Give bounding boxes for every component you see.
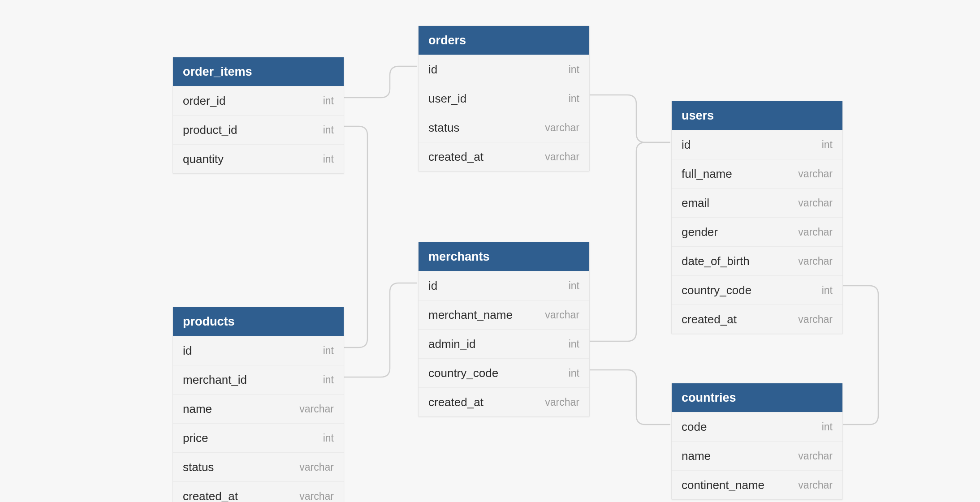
table-order-items[interactable]: order_items order_id int product_id int … <box>173 57 344 174</box>
column-type: varchar <box>299 490 334 502</box>
column-type: varchar <box>545 122 579 134</box>
column-name: merchant_id <box>183 373 247 387</box>
column-name: quantity <box>183 152 224 166</box>
column-name: gender <box>682 225 718 239</box>
column-name: admin_id <box>428 337 476 351</box>
column-name: merchant_name <box>428 308 513 322</box>
column-name: name <box>682 449 711 463</box>
column-type: varchar <box>545 396 579 408</box>
column-row[interactable]: country_code int <box>672 275 842 305</box>
column-row[interactable]: merchant_id int <box>173 365 344 394</box>
column-row[interactable]: name varchar <box>672 441 842 470</box>
column-row[interactable]: quantity int <box>173 144 344 173</box>
column-type: varchar <box>299 403 334 415</box>
column-row[interactable]: date_of_birth varchar <box>672 246 842 275</box>
column-row[interactable]: gender varchar <box>672 217 842 246</box>
column-name: id <box>428 63 437 77</box>
table-header: countries <box>672 383 842 412</box>
column-row[interactable]: user_id int <box>419 84 589 113</box>
column-type: int <box>569 280 579 292</box>
column-name: price <box>183 431 208 445</box>
table-countries[interactable]: countries code int name varchar continen… <box>671 383 843 500</box>
column-row[interactable]: name varchar <box>173 394 344 423</box>
column-type: int <box>323 374 334 386</box>
column-type: varchar <box>545 309 579 321</box>
column-name: product_id <box>183 123 237 137</box>
column-type: varchar <box>798 450 833 462</box>
column-name: continent_name <box>682 478 764 492</box>
column-type: varchar <box>299 461 334 473</box>
column-type: int <box>822 139 833 151</box>
column-row[interactable]: created_at varchar <box>419 142 589 171</box>
table-orders[interactable]: orders id int user_id int status varchar… <box>418 26 590 172</box>
column-name: date_of_birth <box>682 254 750 268</box>
column-row[interactable]: email varchar <box>672 188 842 217</box>
column-row[interactable]: continent_name varchar <box>672 470 842 499</box>
column-type: varchar <box>798 479 833 491</box>
column-name: status <box>428 121 459 135</box>
column-row[interactable]: merchant_name varchar <box>419 300 589 329</box>
column-name: country_code <box>682 283 751 297</box>
column-name: user_id <box>428 92 466 106</box>
column-row[interactable]: id int <box>672 130 842 159</box>
column-row[interactable]: full_name varchar <box>672 159 842 188</box>
column-row[interactable]: country_code int <box>419 358 589 387</box>
column-name: id <box>183 344 192 358</box>
erd-canvas: order_items order_id int product_id int … <box>0 0 980 502</box>
table-header: orders <box>419 26 589 55</box>
column-type: varchar <box>798 226 833 238</box>
column-row[interactable]: id int <box>419 55 589 84</box>
column-name: created_at <box>428 395 484 409</box>
column-type: int <box>569 93 579 105</box>
table-header: merchants <box>419 242 589 271</box>
column-type: varchar <box>798 313 833 326</box>
column-row[interactable]: product_id int <box>173 115 344 144</box>
table-users[interactable]: users id int full_name varchar email var… <box>671 101 843 334</box>
column-row[interactable]: price int <box>173 423 344 452</box>
column-name: created_at <box>183 489 238 502</box>
column-name: email <box>682 196 709 210</box>
table-products[interactable]: products id int merchant_id int name var… <box>173 307 344 502</box>
table-header: order_items <box>173 57 344 86</box>
column-name: id <box>682 138 691 152</box>
column-row[interactable]: status varchar <box>173 452 344 481</box>
column-row[interactable]: created_at varchar <box>419 387 589 416</box>
column-type: int <box>569 367 579 379</box>
column-type: int <box>323 345 334 357</box>
column-type: varchar <box>798 255 833 267</box>
column-row[interactable]: code int <box>672 412 842 441</box>
column-type: int <box>822 284 833 296</box>
table-header: products <box>173 307 344 336</box>
table-merchants[interactable]: merchants id int merchant_name varchar a… <box>418 242 590 417</box>
column-row[interactable]: id int <box>173 336 344 365</box>
table-header: users <box>672 101 842 130</box>
column-row[interactable]: id int <box>419 271 589 300</box>
column-type: int <box>323 153 334 165</box>
column-row[interactable]: created_at varchar <box>672 305 842 334</box>
column-row[interactable]: created_at varchar <box>173 481 344 502</box>
column-type: int <box>569 64 579 76</box>
column-name: created_at <box>682 313 737 326</box>
column-name: status <box>183 460 214 474</box>
column-name: country_code <box>428 366 498 380</box>
column-row[interactable]: status varchar <box>419 113 589 142</box>
column-type: int <box>569 338 579 350</box>
column-name: order_id <box>183 94 225 108</box>
column-name: full_name <box>682 167 732 181</box>
column-type: int <box>323 432 334 444</box>
column-row[interactable]: admin_id int <box>419 329 589 358</box>
column-type: varchar <box>798 168 833 180</box>
column-type: varchar <box>545 151 579 163</box>
column-name: id <box>428 279 437 293</box>
column-row[interactable]: order_id int <box>173 86 344 115</box>
column-type: int <box>822 421 833 433</box>
column-name: created_at <box>428 150 484 164</box>
column-name: name <box>183 402 212 416</box>
column-type: int <box>323 95 334 107</box>
column-type: varchar <box>798 197 833 209</box>
column-type: int <box>323 124 334 136</box>
column-name: code <box>682 420 707 434</box>
